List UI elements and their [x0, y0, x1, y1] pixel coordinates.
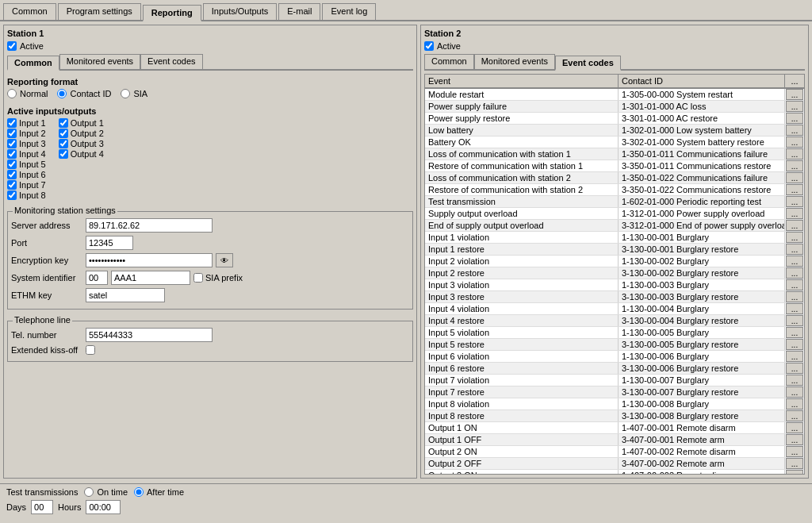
event-dots-button[interactable]: ...: [786, 434, 803, 445]
tab-email[interactable]: E-mail: [278, 3, 320, 20]
event-row: Output 1 OFF3-407-00-001 Remote arm...: [425, 434, 804, 446]
event-dots-button[interactable]: ...: [786, 303, 803, 314]
event-table-wrapper: Event Contact ID ... Module restart1-305…: [424, 74, 805, 475]
event-dots-button[interactable]: ...: [786, 363, 803, 374]
event-dots-button[interactable]: ...: [786, 160, 803, 171]
event-row: Loss of communication with station 21-35…: [425, 172, 804, 184]
event-table-scroll[interactable]: Module restart1-305-00-000 System restar…: [425, 89, 804, 474]
event-dots-button[interactable]: ...: [786, 244, 803, 255]
output1-cb[interactable]: [59, 118, 68, 128]
station1-active-checkbox[interactable]: [7, 41, 17, 51]
event-dots-button[interactable]: ...: [786, 279, 803, 290]
event-dots-button[interactable]: ...: [786, 386, 803, 398]
radio-sia-input[interactable]: [121, 89, 130, 98]
event-row: Input 8 violation1-130-00-008 Burglary..…: [425, 398, 804, 410]
event-dots-button[interactable]: ...: [786, 113, 803, 124]
event-dots-button[interactable]: ...: [786, 89, 803, 100]
event-dots-button[interactable]: ...: [786, 196, 803, 207]
station2-tab-event-codes[interactable]: Event codes: [555, 56, 621, 71]
event-dots-button[interactable]: ...: [786, 470, 803, 474]
event-dots-button[interactable]: ...: [786, 351, 803, 362]
event-dots-button[interactable]: ...: [786, 148, 803, 160]
input6-cb[interactable]: [7, 170, 17, 179]
ext-kissoff-checkbox[interactable]: [86, 345, 95, 355]
ethm-key-input[interactable]: [86, 288, 165, 302]
tab-inputs-outputs[interactable]: Inputs/Outputs: [203, 3, 278, 20]
event-action-cell: ...: [785, 470, 804, 474]
station1-tab-common[interactable]: Common: [7, 56, 59, 71]
event-action-cell: ...: [785, 172, 804, 183]
reporting-format-label: Reporting format: [7, 77, 413, 87]
hours-input[interactable]: [86, 500, 121, 514]
input2-cb[interactable]: [7, 129, 17, 138]
tab-program-settings[interactable]: Program settings: [58, 3, 141, 20]
station2-tab-monitored[interactable]: Monitored events: [474, 54, 555, 69]
days-input[interactable]: [31, 500, 53, 514]
output3-cb[interactable]: [59, 139, 68, 148]
event-dots-button[interactable]: ...: [786, 232, 803, 243]
event-id-cell: 3-130-00-004 Burglary restore: [619, 315, 785, 326]
enc-key-input[interactable]: [86, 253, 213, 267]
active-io-section: Input 1 Input 2 Input 3 Input 4 Input 5 …: [7, 118, 413, 200]
event-id-cell: 3-350-01-011 Communications restore: [619, 160, 785, 171]
event-dots-button[interactable]: ...: [786, 291, 803, 302]
input1-cb[interactable]: [7, 118, 17, 128]
input8-cb[interactable]: [7, 190, 17, 200]
io-input4: Input 4: [7, 149, 46, 159]
event-dots-button[interactable]: ...: [786, 398, 803, 410]
test-transmissions-label: Test transmissions: [6, 487, 78, 497]
radio-contact-id: Contact ID: [57, 89, 111, 98]
sys-id-row: System identifier SIA prefix: [11, 271, 409, 285]
station1-tab-event-codes[interactable]: Event codes: [140, 54, 203, 69]
ext-kissoff-label: Extended kiss-off: [11, 345, 82, 355]
event-row: Restore of communication with station 23…: [425, 184, 804, 196]
event-dots-button[interactable]: ...: [786, 172, 803, 183]
tab-common[interactable]: Common: [3, 3, 56, 20]
event-dots-button[interactable]: ...: [786, 184, 803, 195]
event-dots-button[interactable]: ...: [786, 410, 803, 421]
tel-number-row: Tel. number: [11, 328, 409, 342]
event-dots-button[interactable]: ...: [786, 422, 803, 433]
tel-number-input[interactable]: [86, 328, 213, 342]
input7-cb[interactable]: [7, 180, 17, 190]
event-dots-button[interactable]: ...: [786, 256, 803, 267]
event-dots-button[interactable]: ...: [786, 458, 803, 469]
station1-title: Station 1: [7, 29, 413, 38]
port-input[interactable]: [86, 236, 133, 250]
event-table-header: Event Contact ID ...: [425, 75, 804, 89]
radio-on-time-input[interactable]: [84, 487, 94, 497]
station1-tab-monitored[interactable]: Monitored events: [59, 54, 140, 69]
event-dots-button[interactable]: ...: [786, 101, 803, 112]
input3-cb[interactable]: [7, 139, 17, 148]
tab-reporting[interactable]: Reporting: [143, 5, 201, 21]
event-dots-button[interactable]: ...: [786, 375, 803, 386]
event-name-cell: Test transmission: [425, 196, 619, 207]
event-dots-button[interactable]: ...: [786, 327, 803, 338]
sys-id-code-input[interactable]: [86, 271, 108, 285]
station2-active-checkbox[interactable]: [424, 41, 434, 51]
event-dots-button[interactable]: ...: [786, 267, 803, 279]
event-id-cell: 3-312-01-000 End of power supply overloa…: [619, 220, 785, 231]
event-row: Output 2 OFF3-407-00-002 Remote arm...: [425, 458, 804, 470]
output4-cb[interactable]: [59, 149, 68, 159]
event-dots-button[interactable]: ...: [786, 220, 803, 231]
radio-normal-input[interactable]: [7, 89, 17, 98]
sia-prefix-checkbox[interactable]: [193, 273, 203, 283]
sys-id-name-input[interactable]: [111, 271, 190, 285]
event-dots-button[interactable]: ...: [786, 339, 803, 350]
event-row: Output 3 ON1-407-00-003 Remote disarm...: [425, 470, 804, 474]
server-address-input[interactable]: [86, 218, 213, 233]
radio-after-time-input[interactable]: [134, 487, 144, 497]
tab-event-log[interactable]: Event log: [322, 3, 376, 20]
station2-tab-common[interactable]: Common: [424, 54, 474, 69]
input4-cb[interactable]: [7, 149, 17, 159]
radio-contact-id-input[interactable]: [57, 89, 67, 98]
event-dots-button[interactable]: ...: [786, 137, 803, 148]
event-dots-button[interactable]: ...: [786, 446, 803, 457]
event-dots-button[interactable]: ...: [786, 125, 803, 136]
event-dots-button[interactable]: ...: [786, 315, 803, 326]
eye-button[interactable]: 👁: [216, 253, 233, 267]
input5-cb[interactable]: [7, 160, 17, 169]
event-dots-button[interactable]: ...: [786, 208, 803, 219]
output2-cb[interactable]: [59, 129, 68, 138]
